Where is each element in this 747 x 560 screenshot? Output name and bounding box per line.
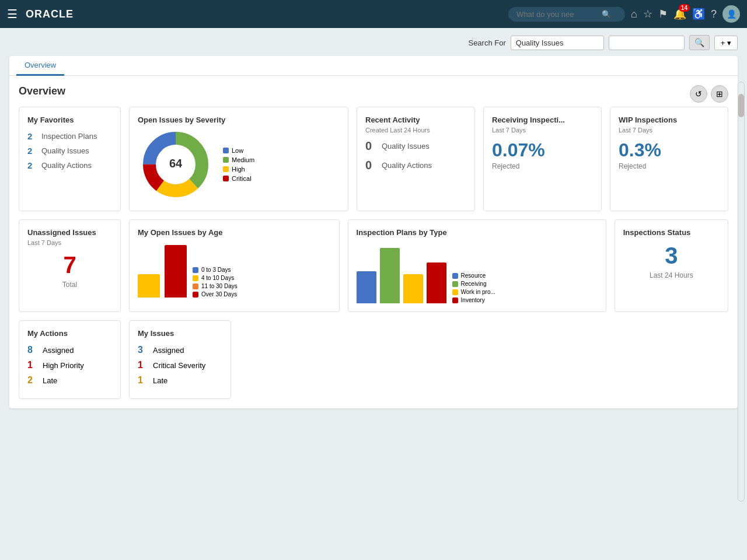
receiving-inspection-label: Rejected (492, 162, 593, 170)
receiving-inspection-subtitle: Last 7 Days (492, 127, 593, 134)
list-item[interactable]: 1 Critical Severity (138, 360, 222, 370)
legend-dot-inventory (452, 298, 458, 303)
widget-open-issues-severity: Open Issues by Severity (129, 107, 348, 211)
legend-item-medium: Medium (223, 156, 254, 163)
ipt-bar-area (357, 239, 446, 303)
page-title: Overview (19, 85, 728, 97)
legend-label-medium: Medium (232, 156, 254, 163)
wip-inspections-subtitle: Last 7 Days (619, 127, 720, 134)
fav-label-quality-issues: Quality Issues (41, 146, 89, 155)
help-icon[interactable]: ? (711, 8, 717, 20)
legend-item-inventory: Inventory (452, 297, 495, 303)
list-item[interactable]: 2 Late (27, 375, 112, 386)
overview-controls: ↺ ⊞ (690, 85, 728, 103)
list-item[interactable]: 8 Assigned (27, 345, 112, 355)
issues-late-label: Late (153, 376, 167, 385)
scrollbar-track[interactable] (738, 82, 745, 502)
activity-count-quality-actions: 0 (365, 159, 377, 172)
search-for-input[interactable] (511, 36, 604, 50)
widget-open-issues-age: My Open Issues by Age 0 to 3 Days (129, 219, 340, 312)
add-button[interactable]: + ▾ (714, 36, 738, 50)
global-search-input[interactable] (516, 10, 598, 19)
overview-tabs: Overview (9, 56, 738, 76)
widget-recent-activity: Recent Activity Created Last 24 Hours 0 … (357, 107, 475, 211)
hamburger-icon[interactable]: ☰ (7, 7, 18, 21)
fav-count-quality-actions: 2 (27, 160, 37, 170)
my-favorites-title: My Favorites (27, 116, 112, 124)
legend-dot-0-3 (193, 267, 198, 273)
widget-inspections-status: Inspections Status 3 Last 24 Hours (615, 219, 728, 312)
unassigned-issues-label: Total (27, 281, 112, 289)
top-nav: ☰ ORACLE 🔍 ⌂ ☆ ⚑ 🔔14 ♿ ? 👤 (0, 0, 747, 28)
bar-legend-ipt: Resource Receiving Work in pro... (452, 272, 495, 303)
list-item[interactable]: 0 Quality Issues (365, 139, 466, 153)
widget-row-1: My Favorites 2 Inspection Plans 2 Qualit… (19, 107, 728, 211)
bell-icon-wrap[interactable]: 🔔14 (673, 8, 686, 20)
list-item[interactable]: 3 Assigned (138, 345, 222, 355)
legend-label-0-3: 0 to 3 Days (201, 267, 231, 273)
receiving-inspection-percent: 0.07% (492, 139, 593, 161)
legend-dot-resource (452, 273, 458, 279)
legend-label-resource: Resource (461, 272, 486, 279)
list-item[interactable]: 2 Quality Issues (27, 146, 112, 156)
ipt-bar-receiving (380, 248, 400, 303)
widget-row-2: Unassigned Issues Last 7 Days 7 Total My… (19, 219, 728, 312)
actions-high-priority-label: High Priority (43, 361, 84, 370)
global-search-box[interactable]: 🔍 (508, 7, 625, 22)
legend-item-11-30: 11 to 30 Days (193, 283, 238, 289)
activity-label-quality-issues: Quality Issues (382, 142, 430, 150)
unassigned-issues-number: 7 (27, 252, 112, 278)
refresh-button[interactable]: ↺ (690, 85, 707, 103)
fav-count-inspection-plans: 2 (27, 131, 37, 141)
legend-item-resource: Resource (452, 272, 495, 279)
issues-critical-count: 1 (138, 360, 148, 370)
flag-icon[interactable]: ⚑ (658, 8, 668, 20)
recent-activity-subtitle: Created Last 24 Hours (365, 127, 466, 134)
list-item[interactable]: 2 Quality Actions (27, 160, 112, 170)
donut-container: 64 Low Medium (138, 127, 340, 202)
activity-count-quality-issues: 0 (365, 139, 377, 153)
scrollbar-thumb[interactable] (738, 94, 744, 117)
legend-dot-medium (223, 157, 229, 163)
search-extra-input[interactable] (609, 36, 685, 50)
accessibility-icon[interactable]: ♿ (692, 8, 705, 20)
wip-inspections-label: Rejected (619, 162, 720, 170)
tab-overview[interactable]: Overview (16, 56, 64, 76)
search-button[interactable]: 🔍 (689, 35, 710, 50)
list-item[interactable]: 2 Inspection Plans (27, 131, 112, 141)
widget-grid: My Favorites 2 Inspection Plans 2 Qualit… (19, 107, 728, 399)
legend-item-low: Low (223, 147, 254, 154)
open-issues-title: Open Issues by Severity (138, 116, 340, 124)
svg-text:64: 64 (169, 157, 183, 170)
list-item[interactable]: 0 Quality Actions (365, 159, 466, 172)
receiving-inspection-title: Receiving Inspecti... (492, 116, 593, 124)
ipt-bar-inventory (427, 262, 446, 303)
legend-label-wip: Work in pro... (461, 289, 495, 295)
widget-unassigned-issues: Unassigned Issues Last 7 Days 7 Total (19, 219, 121, 312)
donut-chart: 64 (138, 127, 214, 202)
ipt-bar-resource (357, 271, 376, 303)
legend-dot-4-10 (193, 275, 198, 281)
legend-dot-wip (452, 289, 458, 295)
legend-item-0-3: 0 to 3 Days (193, 267, 238, 273)
ipt-bar-wip (403, 274, 423, 303)
search-icon: 🔍 (602, 10, 611, 19)
legend-label-11-30: 11 to 30 Days (201, 283, 238, 289)
wip-inspections-title: WIP Inspections (619, 116, 720, 124)
legend-dot-over30 (193, 292, 198, 298)
home-icon[interactable]: ⌂ (631, 8, 637, 20)
bar-legend-age: 0 to 3 Days 4 to 10 Days 11 to 30 Days (193, 267, 238, 298)
legend-dot-11-30 (193, 284, 198, 289)
star-icon[interactable]: ☆ (643, 8, 652, 20)
legend-dot-high (223, 166, 229, 172)
layout-button[interactable]: ⊞ (711, 85, 728, 103)
actions-assigned-count: 8 (27, 345, 38, 355)
legend-label-receiving: Receiving (461, 281, 487, 287)
actions-late-label: Late (43, 376, 57, 385)
legend-item-critical: Critical (223, 175, 254, 182)
legend-item-4-10: 4 to 10 Days (193, 275, 238, 281)
wip-inspections-percent: 0.3% (619, 139, 720, 161)
list-item[interactable]: 1 Late (138, 375, 222, 386)
list-item[interactable]: 1 High Priority (27, 360, 112, 370)
avatar[interactable]: 👤 (722, 5, 740, 23)
